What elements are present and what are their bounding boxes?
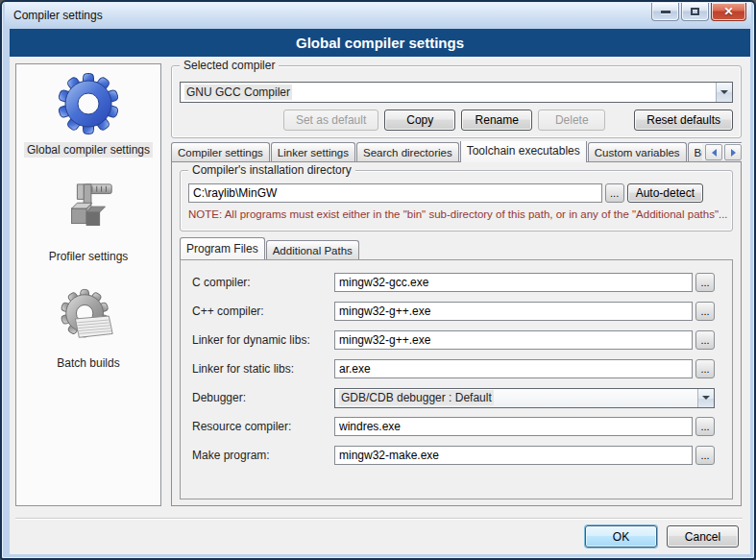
window-title: Compiler settings (13, 9, 103, 22)
caliper-icon (57, 179, 120, 242)
browse-static-linker-button[interactable]: ... (695, 359, 715, 378)
field-row: Debugger: GDB/CDB debugger : Default (192, 388, 715, 407)
chevron-left-icon (712, 149, 717, 157)
resource-compiler-input[interactable] (334, 417, 693, 436)
field-label: C compiler: (192, 276, 334, 289)
browse-c-compiler-button[interactable]: ... (695, 273, 715, 292)
browse-resource-compiler-button[interactable]: ... (695, 417, 715, 436)
copy-button[interactable]: Copy (384, 110, 455, 131)
field-row: C++ compiler: ... (192, 302, 715, 321)
group-legend: Compiler's installation directory (188, 163, 355, 177)
browse-make-program-button[interactable]: ... (695, 446, 715, 465)
tab-compiler-settings[interactable]: Compiler settings (171, 142, 270, 162)
installation-directory-group: Compiler's installation directory ... Au… (180, 170, 733, 231)
tab-scroll-left-button[interactable] (705, 144, 722, 160)
dialog-buttons: OK Cancel (585, 525, 739, 548)
chevron-right-icon (731, 149, 736, 157)
reset-defaults-button[interactable]: Reset defaults (634, 110, 733, 131)
field-row: Resource compiler: ... (192, 417, 715, 436)
browse-directory-button[interactable]: ... (605, 183, 624, 203)
program-tabs: Program Files Additional Paths (180, 239, 360, 259)
minimize-icon (661, 11, 671, 13)
tab-toolchain-executables[interactable]: Toolchain executables (460, 141, 587, 162)
cpp-compiler-input[interactable] (334, 302, 693, 321)
bin-subdirectory-note: NOTE: All programs must exist either in … (188, 208, 728, 220)
page-title: Global compiler settings (10, 29, 750, 57)
dynamic-linker-input[interactable] (334, 330, 693, 350)
close-button[interactable]: ✕ (711, 3, 746, 21)
field-row: C compiler: ... (192, 273, 715, 292)
make-program-input[interactable] (334, 446, 693, 465)
selected-compiler-value: GNU GCC Compiler (184, 85, 292, 100)
chevron-down-icon[interactable] (697, 389, 714, 407)
debugger-select[interactable]: GDB/CDB debugger : Default (334, 388, 715, 408)
dialog-body: Global compiler settings (10, 29, 750, 554)
static-linker-input[interactable] (334, 359, 693, 378)
field-label: Make program: (192, 449, 334, 462)
gray-gear-stack-icon (57, 285, 120, 349)
group-legend: Selected compiler (180, 59, 279, 72)
field-row: Make program: ... (192, 446, 715, 465)
sidebar-item-label: Batch builds (54, 355, 122, 371)
set-as-default-button[interactable]: Set as default (283, 110, 378, 131)
close-icon: ✕ (723, 5, 733, 18)
field-label: Resource compiler: (192, 420, 334, 433)
minimize-button[interactable] (651, 3, 679, 21)
titlebar[interactable]: Compiler settings ✕ (5, 3, 751, 27)
rename-button[interactable]: Rename (461, 110, 532, 131)
compiler-settings-window: Compiler settings ✕ Global compiler sett… (0, 0, 756, 560)
maximize-icon (691, 8, 699, 15)
ok-button[interactable]: OK (585, 525, 657, 548)
tab-program-files[interactable]: Program Files (180, 237, 265, 259)
tab-additional-paths[interactable]: Additional Paths (266, 240, 359, 259)
tab-search-directories[interactable]: Search directories (356, 142, 459, 162)
field-label: Debugger: (192, 391, 334, 404)
blue-gear-icon (57, 72, 120, 135)
field-row: Linker for dynamic libs: ... (192, 330, 715, 350)
field-label: C++ compiler: (192, 304, 334, 318)
field-label: Linker for static libs: (192, 362, 334, 376)
chevron-down-icon[interactable] (716, 83, 732, 102)
sidebar-item-batch-builds[interactable]: Batch builds (54, 285, 122, 371)
selected-compiler-select[interactable]: GNU GCC Compiler (180, 82, 733, 103)
sidebar-item-label: Global compiler settings (24, 142, 153, 158)
tab-scroll-right-button[interactable] (724, 144, 742, 160)
installation-directory-row: ... Auto-detect (188, 183, 703, 203)
window-controls: ✕ (651, 3, 746, 21)
debugger-value: GDB/CDB debugger : Default (339, 390, 494, 405)
cancel-button[interactable]: Cancel (667, 525, 739, 548)
toolchain-executables-panel: Compiler's installation directory ... Au… (171, 161, 742, 506)
compiler-settings-tabs: Compiler settings Linker settings Search… (171, 141, 742, 162)
tab-custom-variables[interactable]: Custom variables (588, 142, 687, 162)
delete-button[interactable]: Delete (538, 110, 605, 131)
footer-separator (15, 518, 743, 520)
c-compiler-input[interactable] (334, 273, 693, 292)
installation-directory-input[interactable] (188, 183, 602, 203)
program-files-panel: C compiler: ... C++ compiler: ... Linker… (180, 259, 733, 499)
auto-detect-button[interactable]: Auto-detect (627, 183, 703, 203)
browse-cpp-compiler-button[interactable]: ... (695, 302, 715, 321)
selected-compiler-group: Selected compiler GNU GCC Compiler Set a… (171, 65, 742, 138)
tab-scroll-buttons (702, 144, 742, 160)
sidebar-item-label: Profiler settings (46, 249, 132, 264)
sidebar-item-global-compiler-settings[interactable]: Global compiler settings (24, 72, 153, 158)
field-label: Linker for dynamic libs: (192, 333, 334, 347)
settings-category-list: Global compiler settings (15, 63, 161, 506)
maximize-button[interactable] (681, 3, 709, 21)
tab-linker-settings[interactable]: Linker settings (271, 142, 355, 162)
browse-dynamic-linker-button[interactable]: ... (695, 330, 715, 350)
compiler-actions: Set as default Copy Rename Delete Reset … (180, 109, 733, 131)
field-row: Linker for static libs: ... (192, 359, 715, 378)
sidebar-item-profiler-settings[interactable]: Profiler settings (46, 179, 132, 264)
